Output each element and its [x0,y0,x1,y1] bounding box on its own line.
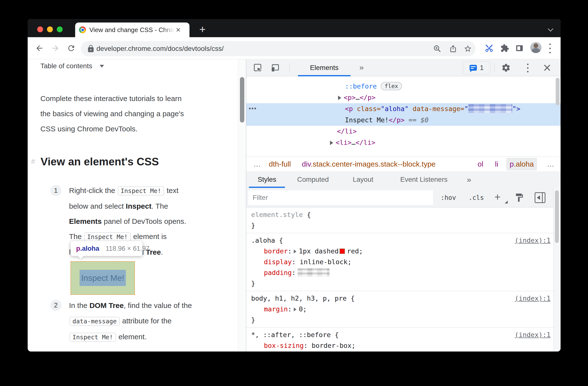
dom-row-before-pseudo[interactable]: ::beforeflex [246,81,561,92]
tab-title: View and change CSS - Chrome [89,26,174,34]
stylesheet-link[interactable]: (index):1 [515,293,550,304]
more-tabs-icon[interactable]: » [464,171,474,188]
breadcrumb-item[interactable]: dth-full [269,157,291,172]
css-property-name[interactable]: margin [264,305,288,313]
breadcrumb-ellipsis[interactable]: … [253,157,261,172]
step-text: element is [131,232,167,240]
breadcrumb-ellipsis[interactable]: … [547,157,554,172]
breadcrumb-item[interactable]: ol [478,157,483,172]
css-property-name[interactable]: display [264,258,292,266]
expand-property-icon[interactable] [294,250,296,253]
expand-arrow-icon[interactable] [338,96,341,100]
style-rule-body-headings[interactable]: (index):1 body, h1, h2, h3, p, pre { mar… [246,291,553,328]
css-property-name[interactable]: border [264,247,288,255]
back-icon[interactable] [35,44,44,53]
expand-arrow-icon[interactable] [330,141,333,145]
styles-scrollbar-thumb[interactable] [555,190,559,243]
forward-icon[interactable] [51,44,60,53]
issues-button[interactable]: 1 [463,61,490,74]
color-swatch[interactable] [339,249,345,254]
new-tab-button[interactable]: + [195,22,210,37]
more-panels-icon[interactable]: » [359,59,364,76]
scissors-extension-icon[interactable] [485,44,494,53]
css-property-value[interactable]: border-box; [312,342,356,349]
bookmark-star-icon[interactable] [464,44,472,53]
style-rule-universal[interactable]: (index):1 *, ::after, ::before { box-siz… [246,328,553,351]
styles-scrollbar[interactable] [553,188,561,351]
breadcrumb-item[interactable]: li [495,157,498,172]
devtools-menu-icon[interactable] [527,64,529,72]
dom-row-li-close[interactable]: </li> [246,126,561,137]
new-style-rule-button[interactable]: + [494,188,501,207]
extensions-puzzle-icon[interactable] [500,44,509,53]
window-content: Table of contents Complete these interac… [28,59,561,351]
inspect-me-demo-element[interactable]: Inspect Me! [70,261,135,295]
tab-elements-label: Elements [310,64,338,71]
dom-row-p-collapsed[interactable]: <p>…</p> [246,92,561,103]
page-scrollbar-thumb[interactable] [240,77,244,123]
colon: : [304,342,308,349]
toggle-classes-button[interactable]: .cls [468,188,484,207]
collapse-sidebar-icon[interactable] [535,192,546,203]
settings-gear-icon[interactable] [501,63,511,72]
page-heading: View an element's CSS [41,155,159,168]
inspect-me-demo-text[interactable]: Inspect Me! [80,270,126,286]
css-property-value[interactable]: red; [347,247,363,255]
dom-row-selected[interactable]: <p class="aloha" data-message=""> Inspec… [246,103,561,126]
css-property-value[interactable]: inline-block; [300,258,351,266]
stylesheet-link[interactable]: (index):1 [515,329,550,340]
collapsed-dots[interactable]: … [352,139,356,146]
paint-roller-icon[interactable] [514,193,524,203]
dom-scrollbar-thumb[interactable] [556,78,560,105]
devtools-close-icon[interactable] [543,63,552,72]
profile-avatar[interactable] [530,42,542,53]
dom-breadcrumbs: … dth-full div.stack.center-images.stack… [246,156,561,171]
page-scrollbar[interactable] [238,59,246,351]
dollar-zero-ref: $0 [420,116,429,124]
toolbar-separator [289,63,290,72]
dom-row-li-collapsed[interactable]: <li>…</li> [246,137,561,148]
style-rule-element-style[interactable]: element.style { } [246,207,553,233]
breadcrumb-item-selected[interactable]: p.aloha [506,158,537,171]
css-property-value[interactable]: 0; [299,305,307,313]
tab-event-listeners[interactable]: Event Listeners [388,171,460,188]
tab-elements[interactable]: Elements [298,59,351,76]
styles-filter-input[interactable] [248,190,433,205]
tab-layout[interactable]: Layout [345,171,381,188]
tab-computed[interactable]: Computed [288,171,338,188]
css-property-value[interactable]: 1px dashed [299,247,339,255]
expand-property-icon[interactable] [294,308,296,311]
device-toolbar-icon[interactable] [271,63,280,72]
close-brace: } [251,316,255,324]
minimize-window-button[interactable] [47,26,53,32]
colon: : [292,258,296,266]
close-window-button[interactable] [37,26,43,32]
reload-icon[interactable] [67,44,76,53]
rule-selector: .aloha [251,236,275,244]
maximize-window-button[interactable] [57,26,63,32]
breadcrumb-item[interactable]: div.stack.center-images.stack--block.typ… [302,157,436,172]
close-brace: } [251,222,255,229]
zoom-icon[interactable] [433,44,441,53]
table-of-contents-dropdown[interactable]: Table of contents [40,62,104,70]
tab-close-icon[interactable] [175,27,181,33]
styles-filter-bar: :hov .cls + [246,188,553,207]
tab-styles[interactable]: Styles [249,171,285,188]
style-rule-aloha[interactable]: (index):1 .aloha { border:1px dashedred;… [246,233,553,291]
heading-anchor-hash[interactable]: # [31,157,35,165]
browser-menu-icon[interactable] [549,43,551,53]
share-icon[interactable] [449,44,457,53]
stylesheet-link[interactable]: (index):1 [515,235,550,246]
pseudo-element-label[interactable]: ::before [345,82,377,90]
inspect-element-icon[interactable] [253,63,262,72]
collapsed-dots[interactable]: … [356,94,360,101]
tab-search-chevron-icon[interactable] [548,26,553,32]
css-property-name[interactable]: padding [264,269,292,276]
side-panel-icon[interactable] [515,44,524,53]
toggle-hover-state-button[interactable]: :hov [441,188,456,207]
css-property-name[interactable]: box-sizing [264,342,304,349]
flex-badge[interactable]: flex [381,82,402,90]
browser-tab[interactable]: View and change CSS - Chrome [75,22,189,37]
inspect-tooltip: p.aloha 118.96 × 61.97 [70,241,143,256]
address-bar[interactable]: developer.chrome.com/docs/devtools/css/ [81,41,476,56]
